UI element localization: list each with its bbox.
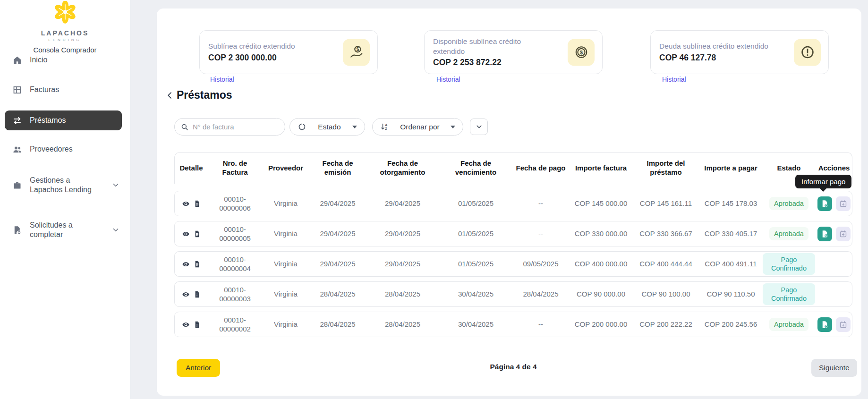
table-row: 00010-00000002 Virginia 28/04/2025 28/04… (174, 312, 852, 337)
sidebar: LAPACHOS LENDING Consola Comprador Inici… (0, 0, 130, 399)
due-date-cell: 01/05/2025 (439, 229, 512, 238)
briefcase-icon (12, 180, 22, 190)
document-check-icon (820, 320, 829, 329)
provider-cell: Virginia (262, 229, 309, 238)
payment-date-cell: -- (512, 229, 569, 238)
back-chevron-icon[interactable] (165, 91, 175, 100)
sidebar-item-label: Préstamos (30, 116, 66, 125)
loan-amount-cell: COP 400 444.44 (633, 259, 699, 269)
document-check-icon (820, 199, 829, 208)
summary-card-sublinea: Sublínea crédito extendido COP 2 300 000… (199, 30, 378, 74)
brand-logo: LAPACHOS LENDING Consola Comprador (0, 1, 130, 54)
caret-down-icon (451, 126, 455, 128)
sidebar-item-label: Gestiones a Lapachos Lending (30, 176, 104, 195)
search-input[interactable] (193, 123, 279, 131)
column-header: Fecha de emisión (309, 159, 366, 177)
document-icon[interactable] (193, 200, 201, 208)
due-date-cell: 01/05/2025 (439, 199, 512, 208)
document-icon[interactable] (193, 321, 201, 329)
due-date-cell: 01/05/2025 (439, 259, 512, 269)
emission-date-cell: 29/04/2025 (309, 259, 366, 269)
sidebar-item-gestiones[interactable]: Gestiones a Lapachos Lending (0, 170, 130, 200)
status-badge: Aprobada (769, 227, 808, 240)
invoice-number: 00010-00000004 (213, 255, 257, 273)
historial-link[interactable]: Historial (210, 76, 234, 83)
status-badge: Aprobada (769, 197, 808, 210)
table-header-row: Detalle Nro. de Factura Proveedor Fecha … (174, 152, 852, 184)
payable-amount-cell: COP 330 405.17 (699, 229, 763, 238)
previous-page-button[interactable]: Anterior (177, 359, 220, 377)
next-page-button[interactable]: Siguiente (811, 359, 857, 377)
invoice-number: 00010-00000005 (213, 225, 257, 243)
summary-card-label: Disponible sublínea crédito extendido (433, 37, 545, 57)
summary-card-deuda: Deuda sublínea crédito extendido COP 46 … (650, 30, 829, 74)
calendar-plus-button[interactable] (836, 317, 851, 332)
column-header: Importe del préstamo (633, 159, 699, 177)
ordenar-dropdown[interactable]: Ordenar por (372, 118, 463, 136)
eye-icon[interactable] (182, 321, 190, 329)
report-payment-button[interactable] (817, 227, 832, 241)
estado-filter-dropdown[interactable]: Estado (289, 118, 365, 136)
historial-link[interactable]: Historial (436, 76, 460, 83)
sidebar-item-inicio[interactable]: Inicio (0, 51, 130, 69)
provider-cell: Virginia (262, 289, 309, 299)
coins-icon (568, 39, 595, 66)
report-payment-button[interactable] (817, 196, 832, 211)
home-icon (12, 55, 22, 65)
chevron-down-icon (475, 123, 483, 131)
invoice-amount-cell: COP 145 000.00 (569, 199, 633, 208)
payable-amount-cell: COP 90 110.50 (699, 289, 763, 299)
document-icon[interactable] (193, 290, 201, 298)
column-header: Nro. de Factura (208, 159, 262, 177)
invoice-amount-cell: COP 200 000.00 (569, 320, 633, 329)
ordenar-label: Ordenar por (400, 123, 440, 131)
invoice-number: 00010-00000003 (213, 285, 257, 304)
eye-icon[interactable] (182, 230, 190, 238)
table-icon (12, 85, 22, 95)
chevron-down-icon (111, 226, 120, 234)
collapse-filters-button[interactable] (470, 119, 488, 135)
sidebar-item-solicitudes[interactable]: Solicitudes a completar (0, 215, 130, 245)
loan-amount-cell: COP 145 161.11 (633, 199, 699, 208)
invoice-search-box (174, 118, 285, 136)
eye-icon[interactable] (182, 260, 190, 268)
app-root: LAPACHOS LENDING Consola Comprador Inici… (0, 0, 868, 399)
sidebar-item-prestamos[interactable]: Préstamos (5, 110, 122, 130)
payable-amount-cell: COP 145 178.03 (699, 199, 763, 208)
invoice-amount-cell: COP 400 000.00 (569, 259, 633, 269)
payable-amount-cell: COP 200 245.56 (699, 320, 763, 329)
search-icon (180, 123, 189, 131)
sidebar-item-proveedores[interactable]: Proveedores (0, 140, 130, 159)
loan-amount-cell: COP 330 366.67 (633, 229, 699, 238)
users-icon (12, 144, 22, 154)
sidebar-item-label: Proveedores (30, 144, 73, 154)
column-header: Importe a pagar (699, 164, 763, 173)
due-date-cell: 30/04/2025 (439, 289, 512, 299)
report-payment-button[interactable] (817, 317, 832, 332)
column-header: Acciones (815, 164, 853, 173)
chevron-down-icon (111, 181, 120, 189)
summary-card-label: Sublínea crédito extendido (208, 42, 321, 51)
page-title: Préstamos (177, 89, 232, 102)
eye-icon[interactable] (182, 290, 190, 298)
provider-cell: Virginia (262, 320, 309, 329)
payment-date-cell: 09/05/2025 (512, 259, 569, 269)
document-check-icon (820, 229, 829, 238)
calendar-plus-button[interactable] (836, 227, 851, 241)
document-icon[interactable] (193, 260, 201, 268)
calendar-plus-icon (839, 229, 848, 238)
granting-date-cell: 29/04/2025 (366, 199, 439, 208)
sidebar-item-label: Solicitudes a completar (30, 221, 104, 239)
informar-pago-tooltip: Informar pago (795, 175, 851, 188)
sidebar-item-facturas[interactable]: Facturas (0, 80, 130, 99)
status-badge: Aprobada (769, 318, 808, 331)
document-icon[interactable] (193, 230, 201, 238)
calendar-plus-button[interactable] (836, 196, 851, 211)
hand-coin-icon (343, 39, 370, 66)
invoice-number: 00010-00000002 (213, 315, 257, 334)
eye-icon[interactable] (182, 200, 190, 208)
emission-date-cell: 28/04/2025 (309, 289, 366, 299)
historial-link[interactable]: Historial (662, 76, 686, 83)
column-header: Fecha de pago (512, 164, 569, 173)
column-header: Detalle (175, 164, 208, 173)
